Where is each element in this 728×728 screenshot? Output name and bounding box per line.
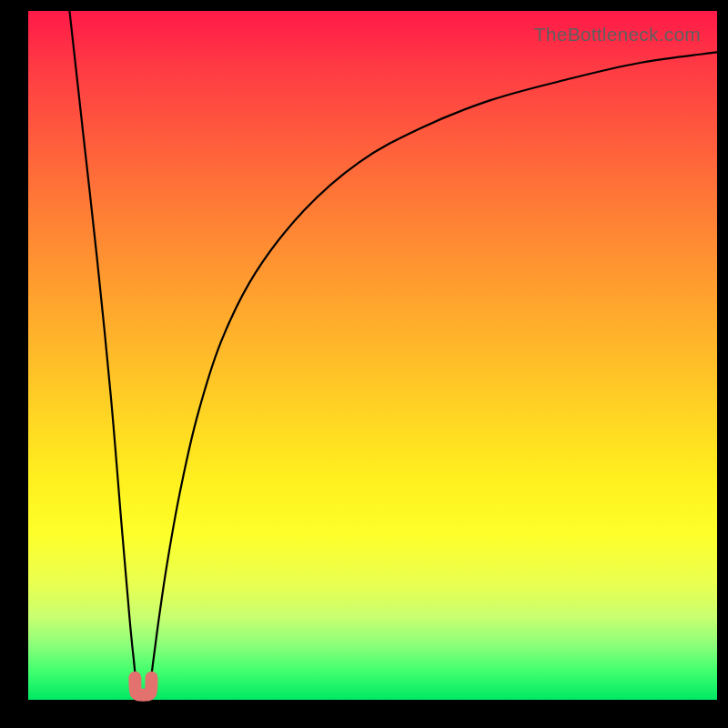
- watermark-text: TheBottleneck.com: [534, 24, 701, 46]
- bottleneck-curve: [69, 11, 717, 695]
- valley-marker: [135, 678, 151, 695]
- chart-frame: TheBottleneck.com: [0, 0, 728, 728]
- plot-area: TheBottleneck.com: [28, 11, 717, 700]
- curve-layer: [28, 11, 717, 700]
